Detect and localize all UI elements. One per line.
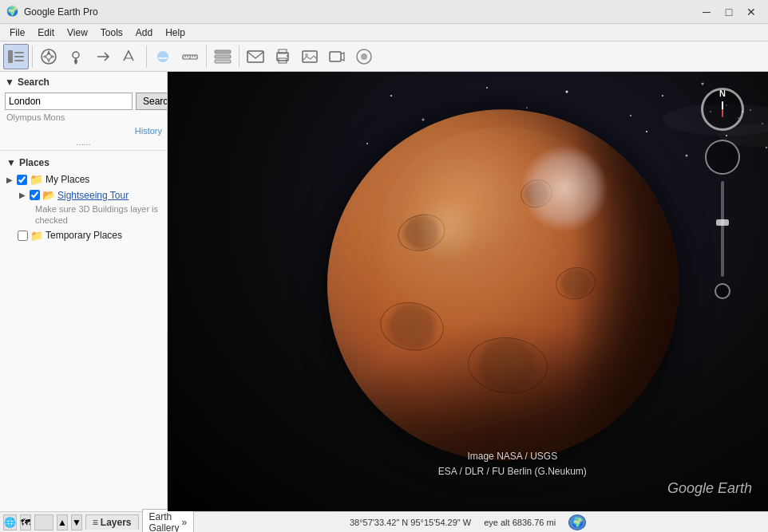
places-arrow: ▼ (6, 157, 16, 168)
svg-point-31 (390, 95, 392, 97)
route-button[interactable] (90, 44, 116, 69)
globe-view-button[interactable]: 🌐 (3, 514, 17, 530)
fly-down-button[interactable]: ▼ (71, 514, 82, 530)
svg-point-50 (686, 155, 688, 157)
temporary-places-label: Temporary Places (46, 230, 122, 241)
sky-button[interactable] (150, 44, 176, 69)
svg-point-32 (422, 119, 425, 121)
signin-button[interactable] (351, 44, 377, 69)
status-left: 🌐 🗺 ▲ ▼ ≡ Layers Earth Gallery » (0, 512, 168, 532)
toolbar-separator-2 (146, 45, 147, 68)
map-area[interactable]: N Image NASA / USGS ESA / DLR / FU Berli… (168, 72, 768, 511)
svg-point-9 (73, 52, 79, 58)
sightseeing-note: Make sure 3D Buildings layer is checked (0, 203, 167, 228)
search-button[interactable]: Search (136, 93, 168, 110)
svg-point-30 (361, 53, 367, 60)
svg-rect-0 (8, 50, 13, 63)
sightseeing-expand: ▶ (19, 191, 27, 199)
layers-tab[interactable]: ≡ Layers (85, 514, 139, 530)
menu-item-add[interactable]: Add (129, 26, 159, 40)
fly-up-button[interactable]: ▲ (57, 514, 68, 530)
search-header-label: Search (18, 77, 49, 88)
svg-rect-2 (14, 56, 24, 57)
my-places-icon: 📁 (30, 173, 43, 186)
zoom-control (705, 140, 740, 299)
ruler-tool-button[interactable] (177, 44, 203, 69)
menu-item-view[interactable]: View (61, 26, 94, 40)
app-icon: 🌍 (6, 6, 19, 18)
status-altitude: eye alt 6836.76 mi (484, 518, 556, 527)
attribution-line1: Image NASA / USGS (438, 449, 587, 464)
places-button[interactable] (63, 44, 89, 69)
compass-needle (722, 101, 723, 117)
attribution-line2: ESA / DLR / FU Berlin (G.Neukum) (438, 464, 587, 479)
temporary-places-icon: 📁 (30, 230, 43, 242)
sightseeing-icon: 📂 (42, 189, 55, 201)
sightseeing-label[interactable]: Sightseeing Tour (57, 190, 129, 201)
svg-point-38 (702, 83, 704, 85)
title-bar-left: 🌍 Google Earth Pro (6, 6, 98, 18)
sightseeing-checkbox[interactable] (30, 190, 40, 200)
places-section: ▼ Places ▶ 📁 My Places ▶ 📂 Sightseeing T… (0, 151, 167, 511)
navigate-button[interactable] (36, 44, 61, 69)
zoom-slider-thumb[interactable] (716, 219, 729, 226)
sightseeing-tour-item[interactable]: ▶ 📂 Sightseeing Tour (0, 187, 167, 203)
search-header-arrow: ▼ (5, 77, 14, 88)
svg-rect-18 (215, 50, 231, 53)
measure-button[interactable] (117, 44, 143, 69)
svg-point-35 (566, 91, 568, 93)
svg-rect-28 (330, 52, 341, 61)
status-globe-mode-button[interactable]: 🌍 (568, 514, 586, 530)
compass-ring: N (701, 88, 744, 131)
save-image-button[interactable] (297, 44, 323, 69)
svg-point-43 (366, 143, 368, 144)
temporary-places-item[interactable]: 📁 Temporary Places (0, 228, 167, 243)
menu-item-edit[interactable]: Edit (31, 26, 61, 40)
menu-item-tools[interactable]: Tools (94, 26, 129, 40)
title-bar-controls: ─ □ ✕ (696, 3, 762, 21)
zoom-base-control[interactable] (715, 283, 730, 299)
print-button[interactable] (270, 44, 295, 69)
search-input[interactable] (5, 93, 133, 110)
status-bar: 🌐 🗺 ▲ ▼ ≡ Layers Earth Gallery » 38°57'3… (0, 511, 768, 532)
svg-point-37 (662, 95, 663, 97)
temporary-places-checkbox[interactable] (18, 231, 28, 241)
my-places-item[interactable]: ▶ 📁 My Places (0, 171, 167, 187)
layers-icon: ≡ (93, 517, 98, 528)
svg-point-70 (762, 123, 763, 124)
svg-point-11 (157, 51, 168, 62)
maximize-button[interactable]: □ (719, 3, 739, 21)
status-blank-button[interactable] (34, 514, 53, 530)
places-header: ▼ Places (0, 154, 167, 171)
zoom-circle-control[interactable] (705, 140, 740, 175)
movie-button[interactable] (324, 44, 350, 69)
status-coords: 38°57'33.42" N 95°15'54.29" W (350, 518, 471, 527)
svg-point-33 (486, 87, 488, 89)
navigation-compass[interactable]: N (701, 88, 744, 131)
svg-rect-21 (247, 51, 263, 62)
menu-item-file[interactable]: File (3, 26, 31, 40)
sidebar-toggle-button[interactable] (3, 44, 29, 69)
toolbar-separator-1 (32, 45, 33, 68)
history-link[interactable]: History (5, 124, 162, 137)
app-title: Google Earth Pro (24, 6, 98, 18)
map-view-button[interactable]: 🗺 (20, 514, 31, 530)
mars-globe (327, 109, 679, 460)
minimize-button[interactable]: ─ (696, 3, 717, 21)
main-layout: ▼ Search Search Olympus Mons History ...… (0, 72, 768, 511)
menu-item-help[interactable]: Help (159, 26, 192, 40)
zoom-slider-track (721, 181, 724, 277)
left-panel: ▼ Search Search Olympus Mons History ...… (0, 72, 168, 511)
title-bar: 🌍 Google Earth Pro ─ □ ✕ (0, 0, 768, 24)
layers-button[interactable] (210, 44, 236, 69)
map-attribution: Image NASA / USGS ESA / DLR / FU Berlin … (438, 449, 587, 479)
toolbar-separator-3 (206, 45, 207, 68)
close-button[interactable]: ✕ (741, 3, 762, 21)
search-header: ▼ Search (5, 77, 162, 88)
my-places-expand: ▶ (6, 175, 14, 184)
svg-marker-8 (49, 54, 55, 59)
email-button[interactable] (243, 44, 268, 69)
layers-tab-label: Layers (101, 517, 132, 528)
my-places-checkbox[interactable] (17, 175, 27, 185)
svg-rect-19 (215, 55, 231, 58)
